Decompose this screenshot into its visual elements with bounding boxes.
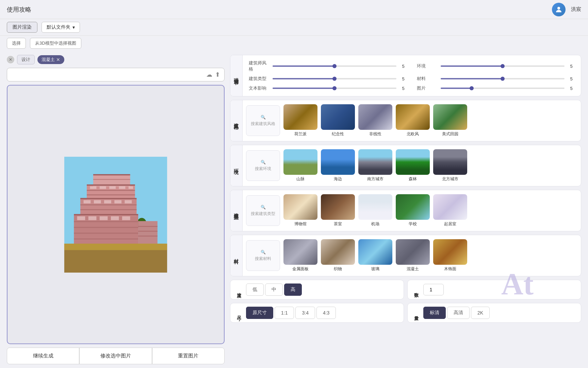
environment-search[interactable]: 🔍 搜索环境: [246, 150, 280, 181]
arch-thumb-3: [396, 104, 430, 130]
folder-button[interactable]: 默认文件夹 ▾: [42, 22, 80, 33]
toolbar-row-1: 图片渲染 默认文件夹 ▾: [0, 19, 588, 36]
quality-2k-button[interactable]: 2K: [471, 307, 490, 319]
top-bar: 使用攻略 洪宸: [0, 0, 588, 19]
slider-track-architect[interactable]: [273, 65, 396, 67]
size-4-3-button[interactable]: 4:3: [316, 307, 336, 319]
btype-item-3[interactable]: 学校: [396, 194, 430, 227]
btype-item-4[interactable]: 起居室: [433, 194, 467, 227]
speed-low-button[interactable]: 低: [246, 283, 264, 296]
slider-thumb-text: [332, 86, 337, 90]
building-type-search[interactable]: 🔍 搜索建筑类型: [246, 195, 280, 226]
svg-rect-11: [74, 232, 138, 233]
size-1-1-button[interactable]: 1:1: [275, 307, 294, 319]
design-label: 设计: [17, 55, 35, 64]
mat-item-2[interactable]: 玻璃: [358, 239, 392, 272]
mat-item-1[interactable]: 织物: [321, 239, 355, 272]
search-input[interactable]: [11, 72, 203, 77]
quality-sd-button[interactable]: 标清: [423, 307, 446, 319]
slider-track-btype[interactable]: [273, 78, 396, 79]
slider-value-img: 5: [568, 86, 575, 91]
svg-rect-37: [80, 198, 136, 199]
slider-fill-btype: [273, 78, 334, 79]
btype-thumb-4: [433, 194, 467, 220]
quality-hd-button[interactable]: 高清: [447, 307, 470, 319]
svg-rect-40: [138, 221, 158, 243]
search-icon-env: 🔍: [261, 160, 266, 165]
slider-label-mat: 材料: [417, 76, 437, 82]
material-search[interactable]: 🔍 搜索材料: [246, 240, 280, 271]
cloud-icon: ☁: [206, 71, 212, 78]
arch-thumb-0: [283, 104, 317, 130]
slider-thumb-img: [470, 86, 474, 90]
svg-rect-32: [119, 186, 125, 189]
env-label-3: 森林: [409, 176, 417, 182]
close-button[interactable]: ✕: [7, 56, 14, 63]
mat-item-0[interactable]: 金属面板: [283, 239, 317, 272]
size-title: 尺寸: [236, 312, 242, 313]
slider-fill-architect: [273, 65, 334, 67]
slider-track-mat[interactable]: [441, 78, 565, 79]
arch-item-2[interactable]: 非线性: [358, 104, 392, 137]
btype-item-2[interactable]: 机场: [358, 194, 392, 227]
reset-button[interactable]: 重置图片: [152, 348, 225, 364]
speed-high-button[interactable]: 高: [284, 283, 302, 296]
svg-rect-10: [74, 227, 138, 228]
env-label-2: 南方城市: [367, 176, 383, 182]
mat-thumb-3: [396, 239, 430, 265]
tag-close-icon[interactable]: ✕: [56, 57, 60, 62]
btype-label-0: 博物馆: [294, 221, 307, 227]
controls-row: 速度 低 中 高 张数 1: [230, 280, 581, 300]
btype-item-1[interactable]: 茶室: [321, 194, 355, 227]
svg-rect-36: [74, 214, 138, 215]
select-button[interactable]: 选择: [7, 38, 26, 49]
env-item-2[interactable]: 南方城市: [358, 149, 392, 182]
select-3d-button[interactable]: 从3D模型中选择视图: [30, 38, 81, 49]
env-search-label: 搜索环境: [255, 166, 271, 172]
continue-button[interactable]: 继续生成: [7, 348, 79, 364]
slider-value-mat: 5: [568, 76, 575, 81]
size-original-button[interactable]: 原尺寸: [246, 307, 273, 319]
building-type-title: 建筑类型: [230, 190, 243, 231]
slider-track-img[interactable]: [441, 88, 565, 89]
count-input[interactable]: 1: [423, 284, 444, 295]
slider-value-architect: 5: [400, 64, 407, 69]
svg-rect-13: [77, 216, 85, 220]
svg-rect-23: [104, 200, 111, 203]
mat-search-label: 搜索材料: [255, 256, 271, 262]
modify-button[interactable]: 修改选中图片: [79, 348, 152, 364]
arch-item-4[interactable]: 美式田园: [433, 104, 467, 137]
arch-item-1[interactable]: 纪念性: [321, 104, 355, 137]
env-item-3[interactable]: 森林: [396, 149, 430, 182]
slider-row-btype: 建筑类型 5: [249, 76, 407, 82]
material-title: 材料: [230, 235, 243, 276]
svg-rect-42: [138, 231, 158, 232]
mat-label-0: 金属面板: [292, 266, 309, 272]
svg-rect-27: [87, 190, 135, 191]
speed-title: 速度: [236, 289, 242, 290]
env-item-4[interactable]: 北方城市: [433, 149, 467, 182]
arch-item-3[interactable]: 北欧风: [396, 104, 430, 137]
count-title: 张数: [413, 289, 419, 290]
btype-item-0[interactable]: 博物馆: [283, 194, 317, 227]
chevron-down-icon: ▾: [72, 25, 75, 30]
mat-item-4[interactable]: 木饰面: [433, 239, 467, 272]
material-section: 材料 🔍 搜索材料 金属面板 织物 玻璃: [230, 235, 581, 276]
env-item-1[interactable]: 海边: [321, 149, 355, 182]
slider-track-env[interactable]: [441, 65, 565, 67]
mat-item-3[interactable]: 混凝土: [396, 239, 430, 272]
mat-thumb-2: [358, 239, 392, 265]
arch-item-0[interactable]: 荷兰派: [283, 104, 317, 137]
slider-track-text[interactable]: [273, 88, 396, 89]
btype-label-1: 茶室: [334, 221, 342, 227]
btype-label-4: 起居室: [444, 221, 456, 227]
arch-style-search[interactable]: 🔍 搜索建筑风格: [246, 105, 280, 136]
svg-rect-22: [94, 200, 101, 203]
speed-card: 速度 低 中 高: [230, 280, 404, 300]
size-3-4-button[interactable]: 3:4: [295, 307, 315, 319]
svg-rect-3: [64, 244, 167, 250]
btype-thumb-1: [321, 194, 355, 220]
env-item-0[interactable]: 山脉: [283, 149, 317, 182]
render-button[interactable]: 图片渲染: [7, 22, 37, 33]
speed-mid-button[interactable]: 中: [265, 283, 283, 296]
